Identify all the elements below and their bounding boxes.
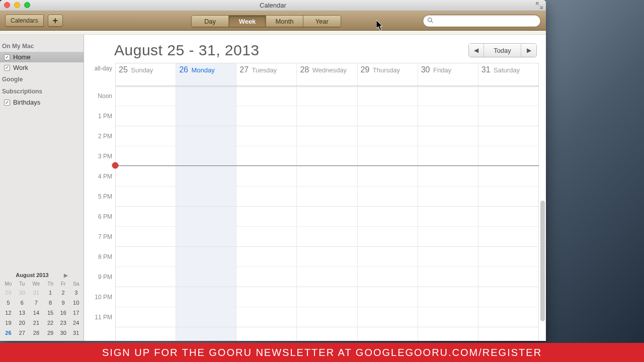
time-slot[interactable]: [297, 86, 357, 106]
time-slot[interactable]: [236, 187, 296, 207]
fullscreen-icon[interactable]: [536, 2, 543, 9]
time-slot[interactable]: [236, 126, 296, 146]
minical-day[interactable]: 17: [69, 308, 83, 318]
minical-day[interactable]: 12: [1, 308, 16, 318]
time-slot[interactable]: [358, 106, 418, 126]
prev-week-button[interactable]: ◀: [469, 44, 484, 57]
time-slot[interactable]: [418, 166, 478, 187]
day-slots[interactable]: [478, 86, 538, 341]
time-slot[interactable]: [297, 207, 357, 227]
minical-day[interactable]: 1: [44, 288, 57, 298]
time-slot[interactable]: [297, 146, 357, 166]
time-slot[interactable]: [418, 267, 478, 287]
time-slot[interactable]: [236, 267, 296, 287]
time-slot[interactable]: [358, 86, 418, 106]
day-slots[interactable]: [176, 86, 236, 341]
time-slot[interactable]: [418, 106, 478, 126]
time-slot[interactable]: [358, 267, 418, 287]
time-slot[interactable]: [176, 267, 236, 287]
search-field[interactable]: [423, 15, 541, 27]
time-slot[interactable]: [176, 247, 236, 267]
time-slot[interactable]: [116, 287, 176, 307]
day-column[interactable]: 26 Monday: [176, 63, 236, 341]
time-slot[interactable]: [478, 187, 538, 207]
time-slot[interactable]: [418, 207, 478, 227]
time-slot[interactable]: [116, 106, 176, 126]
time-slot[interactable]: [478, 227, 538, 247]
minical-day[interactable]: 29: [44, 328, 57, 338]
time-slot[interactable]: [116, 227, 176, 247]
minical-day[interactable]: 24: [69, 318, 83, 328]
minical-day[interactable]: 2: [57, 288, 70, 298]
view-year[interactable]: Year: [303, 16, 341, 27]
time-slot[interactable]: [236, 106, 296, 126]
minical-next-icon[interactable]: ▶: [64, 273, 68, 278]
minical-day[interactable]: 20: [16, 318, 29, 328]
time-slot[interactable]: [236, 227, 296, 247]
time-slot[interactable]: [478, 146, 538, 166]
day-slots[interactable]: [236, 86, 296, 341]
time-slot[interactable]: [116, 146, 176, 166]
time-slot[interactable]: [478, 287, 538, 307]
day-column[interactable]: 29 Thursday: [358, 63, 418, 341]
minical-day[interactable]: 26: [1, 328, 16, 338]
time-slot[interactable]: [297, 106, 357, 126]
time-slot[interactable]: [236, 146, 296, 166]
minical-day[interactable]: 5: [1, 298, 16, 308]
time-slot[interactable]: [176, 146, 236, 166]
time-slot[interactable]: [236, 307, 296, 327]
minical-day[interactable]: 27: [16, 328, 29, 338]
time-slot[interactable]: [418, 287, 478, 307]
view-week[interactable]: Week: [229, 16, 266, 27]
add-event-button[interactable]: +: [48, 15, 63, 27]
minical-day[interactable]: 16: [57, 308, 70, 318]
minical-day[interactable]: 10: [69, 298, 83, 308]
minical-day[interactable]: 9: [57, 298, 70, 308]
time-slot[interactable]: [116, 307, 176, 327]
vertical-scrollbar[interactable]: [540, 201, 545, 321]
time-slot[interactable]: [418, 247, 478, 267]
time-slot[interactable]: [176, 307, 236, 327]
time-slot[interactable]: [236, 287, 296, 307]
minical-day[interactable]: 28: [28, 328, 44, 338]
time-slot[interactable]: [297, 287, 357, 307]
time-slot[interactable]: [478, 166, 538, 187]
time-slot[interactable]: [297, 166, 357, 187]
time-slot[interactable]: [176, 166, 236, 187]
time-slot[interactable]: [358, 287, 418, 307]
time-slot[interactable]: [418, 187, 478, 207]
time-slot[interactable]: [176, 227, 236, 247]
week-grid[interactable]: all-day Noon1 PM2 PM3 PM4 PM5 PM6 PM7 PM…: [84, 63, 539, 341]
time-slot[interactable]: [116, 187, 176, 207]
time-slot[interactable]: [358, 227, 418, 247]
time-slot[interactable]: [478, 126, 538, 146]
time-slot[interactable]: [236, 86, 296, 106]
sidebar-item-home[interactable]: Home: [0, 52, 84, 62]
time-slot[interactable]: [297, 227, 357, 247]
time-slot[interactable]: [297, 247, 357, 267]
minical-day[interactable]: 21: [28, 318, 44, 328]
minical-day[interactable]: 22: [44, 318, 57, 328]
time-slot[interactable]: [116, 247, 176, 267]
time-slot[interactable]: [478, 247, 538, 267]
minical-day[interactable]: 23: [57, 318, 70, 328]
checkbox-icon[interactable]: [4, 65, 10, 71]
time-slot[interactable]: [478, 207, 538, 227]
time-slot[interactable]: [478, 86, 538, 106]
time-slot[interactable]: [478, 307, 538, 327]
time-slot[interactable]: [418, 86, 478, 106]
time-slot[interactable]: [236, 247, 296, 267]
time-slot[interactable]: [116, 86, 176, 106]
minical-day[interactable]: 31: [28, 288, 44, 298]
time-slot[interactable]: [358, 207, 418, 227]
time-slot[interactable]: [358, 247, 418, 267]
minical-grid[interactable]: MoTuWeThFrSa 293031123567891012131415161…: [1, 280, 83, 338]
minical-day[interactable]: 3: [69, 288, 83, 298]
time-slot[interactable]: [176, 207, 236, 227]
time-slot[interactable]: [176, 187, 236, 207]
time-slot[interactable]: [297, 267, 357, 287]
day-column[interactable]: 30 Friday: [418, 63, 478, 341]
time-slot[interactable]: [478, 106, 538, 126]
day-slots[interactable]: [418, 86, 478, 341]
checkbox-icon[interactable]: [4, 54, 10, 60]
